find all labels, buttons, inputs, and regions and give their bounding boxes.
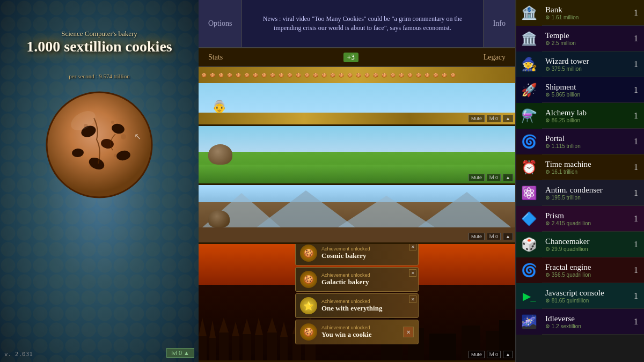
building-icon-idleverse: 🌌 [516, 309, 542, 335]
building-count-js: 1 [628, 291, 644, 301]
building-count-time: 1 [628, 162, 644, 172]
scene-mine: Mute lvl 0 ▲ [199, 185, 515, 244]
building-row-shipment[interactable]: 🚀 Shipment ⚙ 5.865 billion 1 [516, 77, 644, 103]
building-icon-time: ⏰ [516, 154, 542, 180]
building-cps-idleverse: ⚙ 1.2 sextillion [545, 323, 625, 329]
news-ticker: News : viral video "Too Many Cookies" co… [242, 0, 482, 47]
building-count-shipment: 1 [628, 85, 644, 95]
building-name-shipment: Shipment [545, 83, 625, 92]
building-row-alchemy[interactable]: ⚗️ Alchemy lab ⚙ 86.25 billion 1 [516, 103, 644, 129]
building-icon-alchemy: ⚗️ [516, 103, 542, 129]
building-row-portal[interactable]: 🌀 Portal ⚙ 1.115 trillion 1 [516, 129, 644, 154]
scene1-lvl[interactable]: lvl 0 [487, 115, 501, 122]
svg-marker-21 [199, 317, 207, 336]
svg-rect-24 [219, 331, 229, 360]
building-name-js: Javascript console [545, 289, 625, 298]
achievement-youwina-label: Achievement unlocked [321, 325, 396, 330]
building-row-antimatter[interactable]: ⚛️ Antim. condenser ⚙ 195.5 trillion 1 [516, 180, 644, 206]
building-cps-chance: ⚙ 29.9 quadrillion [545, 246, 625, 252]
scene2-lvl[interactable]: lvl 0 [487, 174, 501, 181]
achievement-youwina-close[interactable]: ✕ [403, 327, 414, 337]
svg-marker-27 [232, 322, 239, 336]
scene4-lvl[interactable]: lvl 0 [487, 351, 501, 358]
per-second: per second : 9.574 trillion [0, 73, 199, 79]
building-row-temple[interactable]: 🏛️ Temple ⚙ 2.5 million 1 [516, 26, 644, 51]
achievement-cosmic-label: Achievement unlocked [321, 246, 414, 252]
building-row-bank[interactable]: 🏦 Bank ⚙ 1.61 million 1 [516, 0, 644, 26]
scene2-up[interactable]: ▲ [503, 174, 513, 181]
achievement-onewith: ✕ ⭐ Achievement unlocked One with everyt… [295, 293, 419, 318]
scene2-mute[interactable]: Mute [469, 174, 485, 181]
building-count-prism: 1 [628, 214, 644, 224]
cookie-count: 1.000 sextillion cookies [0, 38, 199, 56]
svg-marker-23 [209, 320, 216, 338]
building-cps-wizard: ⚙ 379.5 million [545, 66, 625, 72]
scene1-up[interactable]: ▲ [503, 115, 513, 122]
building-icon-antimatter: ⚛️ [516, 180, 542, 206]
lvl-button-left[interactable]: lvl 0 ▲ [166, 348, 194, 358]
stats-button[interactable]: Stats [199, 48, 232, 67]
building-count-wizard: 1 [628, 60, 644, 69]
scene3-up[interactable]: ▲ [503, 233, 513, 240]
svg-marker-33 [267, 317, 277, 333]
svg-rect-20 [199, 334, 207, 360]
building-row-wizard[interactable]: 🧙 Wizard tower ⚙ 379.5 million 1 [516, 51, 644, 77]
building-icon-temple: 🏛️ [516, 26, 542, 51]
achievement-onewith-icon: ⭐ [300, 297, 317, 314]
scene3-mute[interactable]: Mute [469, 233, 485, 240]
building-row-idleverse[interactable]: 🌌 Idleverse ⚙ 1.2 sextillion 1 [516, 309, 644, 335]
building-count-bank: 1 [628, 8, 644, 18]
scene4-mute[interactable]: Mute [469, 351, 485, 358]
building-count-fractal: 1 [628, 265, 644, 275]
building-row-time[interactable]: ⏰ Time machine ⚙ 16.1 trillion 1 [516, 154, 644, 180]
building-icon-chance: 🎲 [516, 232, 542, 257]
building-icon-wizard: 🧙 [516, 51, 542, 77]
building-name-time: Time machine [545, 160, 625, 169]
scene3-lvl[interactable]: lvl 0 [487, 233, 501, 240]
achievement-onewith-close[interactable]: ✕ [409, 295, 416, 303]
svg-rect-26 [232, 335, 239, 360]
building-row-chance[interactable]: 🎲 Chancemaker ⚙ 29.9 quadrillion 1 [516, 232, 644, 257]
info-button[interactable]: Info [483, 0, 515, 47]
achievement-galactic-icon: 🍪 [300, 271, 317, 288]
legacy-button[interactable]: Legacy [474, 48, 515, 67]
building-row-fractal[interactable]: 🌀 Fractal engine ⚙ 356.5 quadrillion 1 [516, 257, 644, 283]
building-cps-js: ⚙ 81.65 quintillion [545, 298, 625, 304]
achievement-galactic: ✕ 🍪 Achievement unlocked Galactic bakery [295, 267, 419, 292]
svg-marker-25 [219, 317, 229, 333]
scene1-mute[interactable]: Mute [469, 115, 485, 122]
building-name-alchemy: Alchemy lab [545, 108, 625, 117]
achievement-cosmic: ✕ 🍪 Achievement unlocked Cosmic bakery [295, 244, 419, 265]
achievement-cosmic-icon: 🍪 [300, 245, 317, 262]
building-row-js[interactable]: ▶_ Javascript console ⚙ 81.65 quintillio… [516, 283, 644, 309]
building-row-prism[interactable]: 🔷 Prism ⚙ 2.415 quadrillion 1 [516, 206, 644, 232]
middle-panel: Options News : viral video "Too Many Coo… [199, 0, 515, 362]
building-cps-alchemy: ⚙ 86.25 billion [545, 117, 625, 123]
scene4-up[interactable]: ▲ [503, 351, 513, 358]
svg-marker-19 [413, 192, 515, 231]
building-cps-prism: ⚙ 2.415 quadrillion [545, 220, 625, 226]
achievement-cosmic-name: Cosmic bakery [321, 252, 414, 260]
building-name-wizard: Wizard tower [545, 57, 625, 66]
plus3-badge: +3 [343, 53, 358, 62]
achievement-onewith-label: Achievement unlocked [321, 299, 414, 304]
scene-farm: Mute lvl 0 ▲ [199, 126, 515, 185]
achievement-cosmic-close[interactable]: ✕ [409, 244, 416, 250]
svg-text:↖: ↖ [134, 132, 141, 141]
building-count-portal: 1 [628, 137, 644, 146]
svg-marker-29 [243, 319, 251, 334]
big-cookie[interactable]: ↖ [40, 86, 158, 204]
second-bar: Stats +3 Legacy [199, 48, 515, 67]
building-name-fractal: Fractal engine [545, 263, 625, 272]
building-count-antimatter: 1 [628, 188, 644, 198]
svg-rect-30 [255, 334, 263, 360]
building-icon-shipment: 🚀 [516, 77, 542, 103]
building-name-antimatter: Antim. condenser [545, 186, 625, 195]
building-icon-portal: 🌀 [516, 129, 542, 154]
options-button[interactable]: Options [199, 0, 242, 47]
svg-rect-34 [280, 335, 288, 360]
achievement-youwina-name: You win a cookie [321, 330, 396, 339]
building-name-portal: Portal [545, 134, 625, 143]
achievement-galactic-close[interactable]: ✕ [409, 269, 416, 277]
scenes-container: 🍪 🍪 🍪 🍪 🍪 🍪 🍪 🍪 🍪 🍪 🍪 🍪 🍪 🍪 🍪 🍪 🍪 🍪 🍪 🍪 … [199, 67, 515, 362]
